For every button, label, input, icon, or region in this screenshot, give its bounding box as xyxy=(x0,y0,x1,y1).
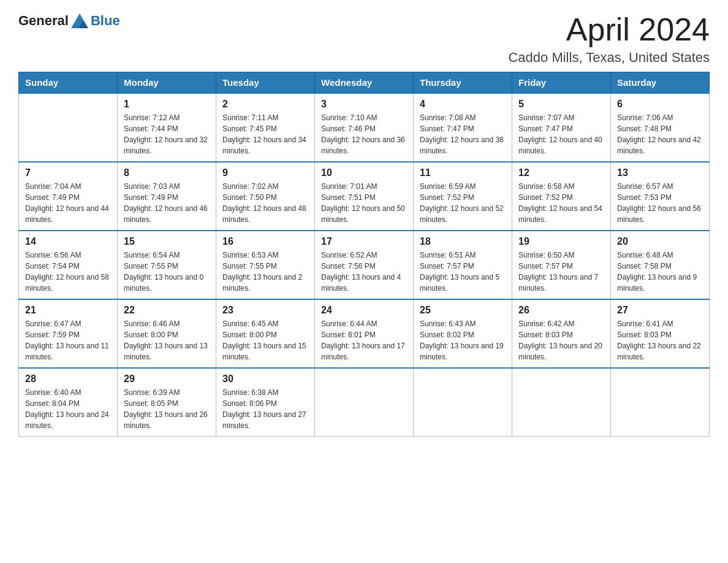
day-info: Sunrise: 6:42 AMSunset: 8:03 PMDaylight:… xyxy=(518,318,604,362)
header-saturday: Saturday xyxy=(611,72,710,94)
header-tuesday: Tuesday xyxy=(216,72,315,94)
table-row: 24Sunrise: 6:44 AMSunset: 8:01 PMDayligh… xyxy=(315,299,414,368)
table-row: 5Sunrise: 7:07 AMSunset: 7:47 PMDaylight… xyxy=(512,93,611,162)
day-number: 15 xyxy=(124,236,210,247)
day-number: 21 xyxy=(25,305,111,316)
table-row: 25Sunrise: 6:43 AMSunset: 8:02 PMDayligh… xyxy=(414,299,512,368)
header-monday: Monday xyxy=(118,72,216,94)
day-info: Sunrise: 7:02 AMSunset: 7:50 PMDaylight:… xyxy=(222,181,308,225)
day-info: Sunrise: 6:58 AMSunset: 7:52 PMDaylight:… xyxy=(518,181,604,225)
logo: General Blue xyxy=(18,12,120,29)
day-info: Sunrise: 6:46 AMSunset: 8:00 PMDaylight:… xyxy=(124,318,210,362)
table-row: 28Sunrise: 6:40 AMSunset: 8:04 PMDayligh… xyxy=(19,368,118,437)
day-info: Sunrise: 6:50 AMSunset: 7:57 PMDaylight:… xyxy=(518,250,604,294)
table-row xyxy=(19,93,118,162)
calendar-week-row: 14Sunrise: 6:56 AMSunset: 7:54 PMDayligh… xyxy=(19,231,710,299)
table-row: 14Sunrise: 6:56 AMSunset: 7:54 PMDayligh… xyxy=(19,231,118,299)
day-info: Sunrise: 6:54 AMSunset: 7:55 PMDaylight:… xyxy=(124,250,210,294)
day-number: 6 xyxy=(617,99,703,110)
day-number: 24 xyxy=(321,305,407,316)
day-number: 17 xyxy=(321,236,407,247)
table-row: 13Sunrise: 6:57 AMSunset: 7:53 PMDayligh… xyxy=(611,162,710,231)
table-row: 6Sunrise: 7:06 AMSunset: 7:48 PMDaylight… xyxy=(611,93,710,162)
table-row: 15Sunrise: 6:54 AMSunset: 7:55 PMDayligh… xyxy=(118,231,216,299)
day-number: 28 xyxy=(25,373,111,385)
table-row: 19Sunrise: 6:50 AMSunset: 7:57 PMDayligh… xyxy=(512,231,611,299)
day-number: 5 xyxy=(518,99,604,110)
day-number: 3 xyxy=(321,99,407,110)
day-number: 25 xyxy=(420,305,506,316)
month-title: April 2024 xyxy=(508,12,710,47)
day-number: 1 xyxy=(124,99,210,110)
table-row: 11Sunrise: 6:59 AMSunset: 7:52 PMDayligh… xyxy=(414,162,512,231)
day-info: Sunrise: 6:38 AMSunset: 8:06 PMDaylight:… xyxy=(222,387,308,431)
day-info: Sunrise: 6:51 AMSunset: 7:57 PMDaylight:… xyxy=(420,250,506,294)
table-row: 21Sunrise: 6:47 AMSunset: 7:59 PMDayligh… xyxy=(19,299,118,368)
day-info: Sunrise: 6:43 AMSunset: 8:02 PMDaylight:… xyxy=(420,318,506,362)
day-info: Sunrise: 6:44 AMSunset: 8:01 PMDaylight:… xyxy=(321,318,407,362)
calendar-week-row: 7Sunrise: 7:04 AMSunset: 7:49 PMDaylight… xyxy=(19,162,710,231)
day-number: 12 xyxy=(518,167,604,178)
table-row xyxy=(414,368,512,437)
day-number: 19 xyxy=(518,236,604,247)
day-number: 14 xyxy=(25,236,111,247)
table-row: 18Sunrise: 6:51 AMSunset: 7:57 PMDayligh… xyxy=(414,231,512,299)
table-row: 26Sunrise: 6:42 AMSunset: 8:03 PMDayligh… xyxy=(512,299,611,368)
day-number: 7 xyxy=(25,167,111,178)
day-info: Sunrise: 6:48 AMSunset: 7:58 PMDaylight:… xyxy=(617,250,703,294)
header-friday: Friday xyxy=(512,72,611,94)
day-number: 29 xyxy=(124,373,210,385)
table-row xyxy=(611,368,710,437)
day-info: Sunrise: 6:59 AMSunset: 7:52 PMDaylight:… xyxy=(420,181,506,225)
day-number: 20 xyxy=(617,236,703,247)
day-number: 27 xyxy=(617,305,703,316)
day-info: Sunrise: 6:39 AMSunset: 8:05 PMDaylight:… xyxy=(124,387,210,431)
day-info: Sunrise: 7:10 AMSunset: 7:46 PMDaylight:… xyxy=(321,112,407,156)
day-info: Sunrise: 6:56 AMSunset: 7:54 PMDaylight:… xyxy=(25,250,111,294)
day-info: Sunrise: 7:01 AMSunset: 7:51 PMDaylight:… xyxy=(321,181,407,225)
day-info: Sunrise: 6:45 AMSunset: 8:00 PMDaylight:… xyxy=(222,318,308,362)
day-info: Sunrise: 7:08 AMSunset: 7:47 PMDaylight:… xyxy=(420,112,506,156)
table-row: 16Sunrise: 6:53 AMSunset: 7:55 PMDayligh… xyxy=(216,231,315,299)
day-number: 4 xyxy=(420,99,506,110)
day-info: Sunrise: 6:52 AMSunset: 7:56 PMDaylight:… xyxy=(321,250,407,294)
table-row: 29Sunrise: 6:39 AMSunset: 8:05 PMDayligh… xyxy=(118,368,216,437)
table-row: 7Sunrise: 7:04 AMSunset: 7:49 PMDaylight… xyxy=(19,162,118,231)
calendar-week-row: 21Sunrise: 6:47 AMSunset: 7:59 PMDayligh… xyxy=(19,299,710,368)
table-row: 4Sunrise: 7:08 AMSunset: 7:47 PMDaylight… xyxy=(414,93,512,162)
day-info: Sunrise: 6:41 AMSunset: 8:03 PMDaylight:… xyxy=(617,318,703,362)
table-row: 3Sunrise: 7:10 AMSunset: 7:46 PMDaylight… xyxy=(315,93,414,162)
header-wednesday: Wednesday xyxy=(315,72,414,94)
day-number: 16 xyxy=(222,236,308,247)
day-number: 13 xyxy=(617,167,703,178)
table-row: 9Sunrise: 7:02 AMSunset: 7:50 PMDaylight… xyxy=(216,162,315,231)
day-number: 18 xyxy=(420,236,506,247)
location-title: Caddo Mills, Texas, United States xyxy=(508,50,710,66)
day-info: Sunrise: 7:07 AMSunset: 7:47 PMDaylight:… xyxy=(518,112,604,156)
day-info: Sunrise: 7:12 AMSunset: 7:44 PMDaylight:… xyxy=(124,112,210,156)
header-sunday: Sunday xyxy=(19,72,118,94)
day-info: Sunrise: 6:57 AMSunset: 7:53 PMDaylight:… xyxy=(617,181,703,225)
day-number: 30 xyxy=(222,373,308,385)
table-row: 17Sunrise: 6:52 AMSunset: 7:56 PMDayligh… xyxy=(315,231,414,299)
day-info: Sunrise: 6:47 AMSunset: 7:59 PMDaylight:… xyxy=(25,318,111,362)
day-info: Sunrise: 7:06 AMSunset: 7:48 PMDaylight:… xyxy=(617,112,703,156)
table-row: 8Sunrise: 7:03 AMSunset: 7:49 PMDaylight… xyxy=(118,162,216,231)
day-info: Sunrise: 7:11 AMSunset: 7:45 PMDaylight:… xyxy=(222,112,308,156)
day-info: Sunrise: 7:04 AMSunset: 7:49 PMDaylight:… xyxy=(25,181,111,225)
header-thursday: Thursday xyxy=(414,72,512,94)
day-info: Sunrise: 6:40 AMSunset: 8:04 PMDaylight:… xyxy=(25,387,111,431)
day-number: 9 xyxy=(222,167,308,178)
table-row: 1Sunrise: 7:12 AMSunset: 7:44 PMDaylight… xyxy=(118,93,216,162)
calendar-header-row: Sunday Monday Tuesday Wednesday Thursday… xyxy=(19,72,710,94)
day-number: 2 xyxy=(222,99,308,110)
table-row: 30Sunrise: 6:38 AMSunset: 8:06 PMDayligh… xyxy=(216,368,315,437)
table-row: 23Sunrise: 6:45 AMSunset: 8:00 PMDayligh… xyxy=(216,299,315,368)
table-row xyxy=(315,368,414,437)
calendar-week-row: 1Sunrise: 7:12 AMSunset: 7:44 PMDaylight… xyxy=(19,93,710,162)
table-row: 20Sunrise: 6:48 AMSunset: 7:58 PMDayligh… xyxy=(611,231,710,299)
page-header: General Blue April 2024 Caddo Mills, Tex… xyxy=(18,12,710,66)
calendar-week-row: 28Sunrise: 6:40 AMSunset: 8:04 PMDayligh… xyxy=(19,368,710,437)
day-number: 26 xyxy=(518,305,604,316)
table-row: 22Sunrise: 6:46 AMSunset: 8:00 PMDayligh… xyxy=(118,299,216,368)
